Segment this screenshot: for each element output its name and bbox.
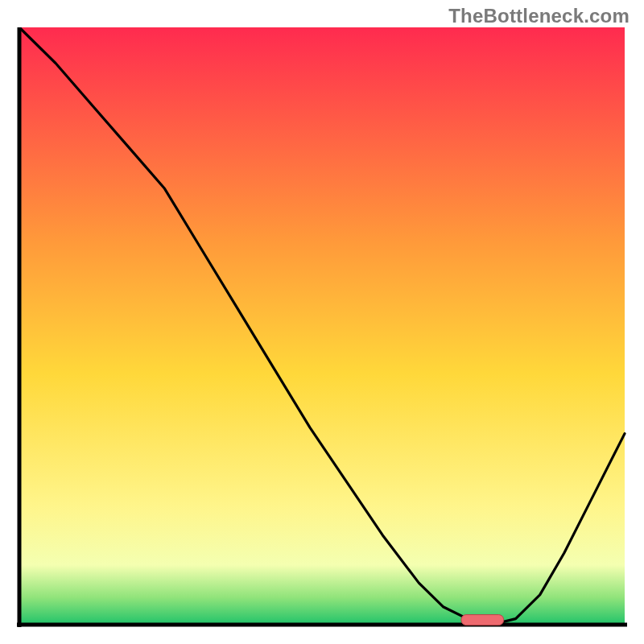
optimal-marker [461, 615, 504, 625]
gradient-background [19, 27, 625, 625]
watermark-text: TheBottleneck.com [448, 5, 630, 27]
chart-container: TheBottleneck.com [0, 0, 644, 644]
plot-area [17, 27, 627, 627]
plot-svg [17, 27, 627, 627]
